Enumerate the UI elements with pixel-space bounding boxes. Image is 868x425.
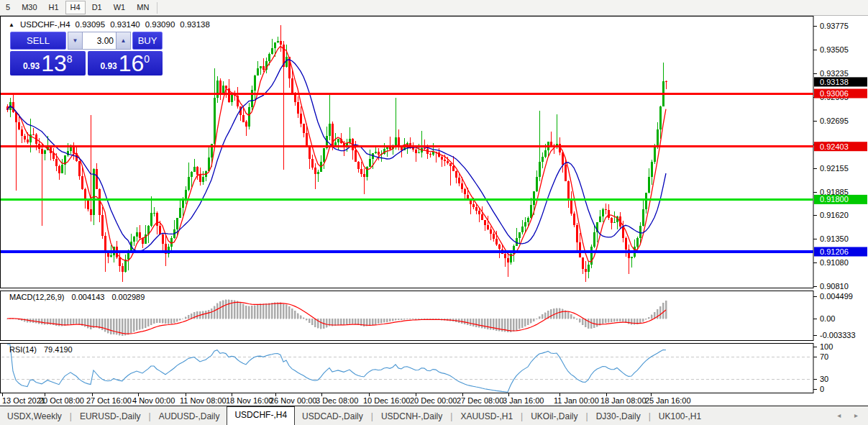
y-axis-label: 0.91080 <box>820 258 849 267</box>
chart-tab-usdcad-daily[interactable]: USDCAD-,Daily <box>295 408 370 425</box>
one-click-trading-widget: SELL ▼ ▲ BUY 0.93 13 8 0.93 16 0 <box>10 32 163 76</box>
buy-price-point: 0 <box>144 54 150 64</box>
chart-tab-bar: USDX,Weekly|EURUSD-,Daily|AUDUSD-,DailyU… <box>0 406 868 425</box>
x-axis-label: 4 Nov 00:00 <box>132 396 175 405</box>
rsi-axis-label: 0 <box>820 385 824 393</box>
mt4-chart-window: 5M30H1H4D1W1MN 0.937750.935050.932350.92… <box>0 0 868 425</box>
symbol-period-label: USDCHF-,H4 <box>20 20 70 29</box>
x-axis-label: 3 Dec 08:00 <box>316 396 358 405</box>
y-axis-label: 0.92695 <box>820 116 849 125</box>
rsi-label: RSI(14) 79.4190 <box>9 345 78 354</box>
x-axis-label: 25 Jan 16:00 <box>645 396 691 405</box>
chart-tab-xauusd-h1[interactable]: XAUUSD-,H1 <box>453 408 520 425</box>
sell-price-base: 0.93 <box>23 61 40 71</box>
macd-name: MACD(12,26,9) <box>9 293 64 301</box>
tab-separator: | <box>586 411 588 421</box>
buy-price-base: 0.93 <box>100 61 117 71</box>
price-badge-label: 0.91206 <box>820 247 849 256</box>
rsi-axis-label: 70 <box>820 352 828 361</box>
x-axis-label: 18 Jan 08:00 <box>600 396 647 405</box>
ohlc-close: 0.93138 <box>180 20 210 29</box>
x-axis-label: 10 Dec 16:00 <box>363 396 410 405</box>
x-axis-label: 20 Oct 08:00 <box>39 396 84 405</box>
y-axis-label: 0.92155 <box>820 164 849 173</box>
sell-price-point: 8 <box>67 54 73 64</box>
sell-price-pips: 13 <box>41 52 67 75</box>
chart-tab-ukoil-daily[interactable]: UKOil-,Daily <box>524 408 585 425</box>
timeframe-button-mn[interactable]: MN <box>132 1 154 14</box>
sell-button[interactable]: SELL <box>10 32 66 50</box>
y-axis-label: 0.93775 <box>820 22 849 30</box>
chart-tab-dj30-daily[interactable]: DJ30-,Daily <box>589 408 648 425</box>
rsi-value: 79.4190 <box>44 345 73 354</box>
x-axis-label: 27 Oct 16:00 <box>86 396 132 405</box>
timeframe-button-d1[interactable]: D1 <box>87 1 107 14</box>
tab-separator: | <box>70 411 72 421</box>
macd-signal-value: 0.002989 <box>111 293 145 301</box>
tab-separator: | <box>450 411 452 421</box>
x-axis-label: 27 Dec 08:00 <box>457 396 503 405</box>
macd-main-value: 0.004143 <box>71 293 104 301</box>
x-axis-label: 18 Nov 16:00 <box>226 396 273 405</box>
x-axis-label: 26 Nov 00:00 <box>270 396 316 405</box>
buy-button[interactable]: BUY <box>132 32 163 50</box>
macd-label: MACD(12,26,9) 0.004143 0.002989 <box>9 293 150 301</box>
y-axis-label: 0.93505 <box>820 45 849 54</box>
y-axis-label: 0.90810 <box>820 282 849 291</box>
ohlc-high: 0.93140 <box>110 20 140 29</box>
volume-decrease-icon[interactable]: ▼ <box>68 32 83 50</box>
y-axis-label: 0.91620 <box>820 211 849 219</box>
buy-price-panel[interactable]: 0.93 16 0 <box>88 51 163 76</box>
price-badge-label: 0.92403 <box>820 142 849 151</box>
timeframe-button-h1[interactable]: H1 <box>44 1 64 14</box>
price-badge-label: 0.91800 <box>820 195 849 204</box>
x-axis-label: 11 Nov 08:00 <box>180 396 227 405</box>
buy-price-pips: 16 <box>119 52 145 75</box>
tab-scroll-arrows[interactable]: ◂ ▸ <box>837 411 864 419</box>
ohlc-low: 0.93090 <box>145 20 175 29</box>
rsi-name: RSI(14) <box>9 345 37 354</box>
timeframe-button-5[interactable]: 5 <box>1 1 15 14</box>
chart-tab-eurusd-daily[interactable]: EURUSD-,Daily <box>73 408 148 425</box>
collapse-arrow-icon[interactable]: ▲ <box>9 22 14 28</box>
tab-separator: | <box>371 411 373 421</box>
price-badge-label: 0.93006 <box>820 89 849 98</box>
rsi-panel-frame <box>1 344 814 393</box>
ohlc-open: 0.93095 <box>76 20 106 29</box>
tab-separator: | <box>521 411 523 421</box>
volume-increase-icon[interactable]: ▲ <box>116 32 131 50</box>
x-axis-label: 20 Dec 00:00 <box>410 396 457 405</box>
macd-axis-label: 0.00 <box>820 314 835 323</box>
rsi-axis-label: 30 <box>820 375 828 383</box>
price-badge-label: 0.93138 <box>820 78 849 86</box>
timeframe-button-h4[interactable]: H4 <box>65 1 86 14</box>
chart-title: ▲ USDCHF-,H4 0.93095 0.93140 0.93090 0.9… <box>9 19 210 29</box>
tab-separator: | <box>649 411 651 421</box>
volume-input[interactable] <box>83 32 116 50</box>
chart-tab-usdx-weekly[interactable]: USDX,Weekly <box>0 408 69 425</box>
y-axis-label: 0.93235 <box>820 69 849 78</box>
macd-axis-label: -0.003333 <box>820 331 856 339</box>
timeframe-button-m30[interactable]: M30 <box>17 1 42 14</box>
chart-tab-usdchf-h4[interactable]: USDCHF-,H4 <box>227 406 295 425</box>
chart-tab-uk100-h1[interactable]: UK100-,H1 <box>652 408 708 425</box>
sell-price-panel[interactable]: 0.93 13 8 <box>10 51 86 76</box>
x-axis-label: 11 Jan 00:00 <box>554 396 599 405</box>
volume-stepper: ▼ ▲ <box>68 32 131 50</box>
tab-separator: | <box>149 411 151 421</box>
rsi-axis-label: 100 <box>820 342 833 351</box>
chart-tab-usdcnh-daily[interactable]: USDCNH-,Daily <box>374 408 449 425</box>
timeframe-toolbar: 5M30H1H4D1W1MN <box>0 0 868 16</box>
toolbar-separator <box>157 2 157 14</box>
chart-tab-audusd-daily[interactable]: AUDUSD-,Daily <box>152 408 227 425</box>
y-axis-label: 0.91350 <box>820 234 849 243</box>
x-axis-label: 3 Jan 16:00 <box>503 396 544 405</box>
macd-axis-label: 0.004499 <box>820 292 853 301</box>
timeframe-button-w1[interactable]: W1 <box>109 1 131 14</box>
